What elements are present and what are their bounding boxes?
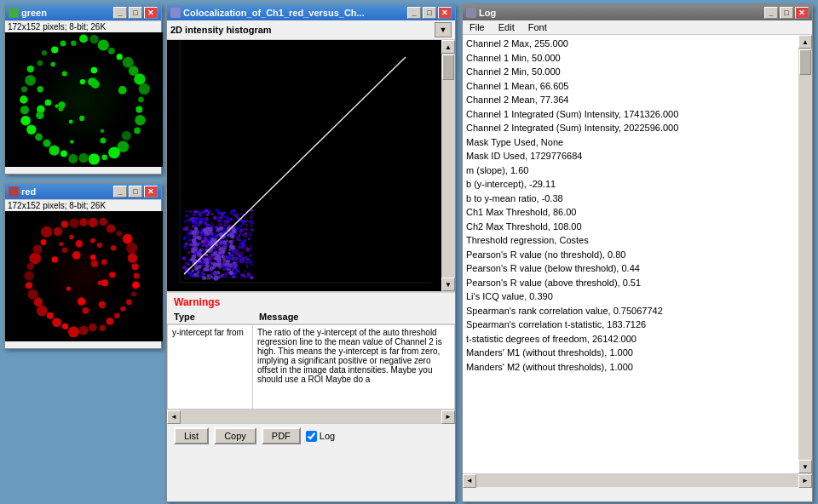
hscroll-left-btn[interactable]: ◄: [167, 410, 181, 424]
histogram-title: 2D intensity histogram: [170, 25, 435, 35]
red-titlebar[interactable]: red _ □ ✕: [5, 184, 161, 199]
coloc-close-btn[interactable]: ✕: [438, 7, 452, 19]
pdf-button[interactable]: PDF: [262, 427, 301, 444]
green-title-text: green: [21, 8, 47, 18]
red-status: 172x152 pixels; 8-bit; 26K: [5, 199, 161, 211]
log-hscroll-right-btn[interactable]: ►: [798, 474, 812, 488]
log-line: Pearson's R value (no threshold), 0.80: [466, 248, 795, 262]
green-titlebar[interactable]: green _ □ ✕: [5, 5, 161, 20]
log-window: Log _ □ ✕ File Edit Font Channel 2 Max, …: [462, 4, 813, 502]
warning-message-cell: The ratio of the y-intercept of the auto…: [253, 325, 454, 409]
log-title-text: Log: [479, 8, 496, 18]
log-line: m (slope), 1.60: [466, 163, 795, 178]
log-scroll-up-btn[interactable]: ▲: [798, 35, 812, 49]
log-line: Mask ID Used, 1729776684: [466, 149, 795, 163]
log-checkbox-text: Log: [320, 431, 335, 441]
coloc-titlebar[interactable]: Colocalization_of_Ch1_red_versus_Ch... _…: [167, 5, 455, 20]
log-scroll-thumb[interactable]: [799, 49, 811, 75]
hscroll-right-btn[interactable]: ►: [441, 410, 455, 424]
log-line: Channel 2 Mean, 77.364: [466, 93, 795, 107]
scrollbar-up-btn[interactable]: ▲: [441, 40, 455, 54]
scrollbar-thumb[interactable]: [442, 54, 454, 80]
bottom-buttons-bar: List Copy PDF Log: [167, 423, 455, 448]
log-close-btn[interactable]: ✕: [795, 7, 809, 19]
log-hscrollbar[interactable]: ◄ ►: [463, 473, 812, 487]
log-line: t-statistic degrees of freedom, 26142.00…: [466, 332, 795, 346]
log-line: Threshold regression, Costes: [466, 233, 795, 248]
log-titlebar[interactable]: Log _ □ ✕: [463, 5, 812, 20]
red-close-btn[interactable]: ✕: [144, 186, 158, 198]
coloc-window: Colocalization_of_Ch1_red_versus_Ch... _…: [166, 4, 456, 502]
green-image-area: [5, 32, 163, 167]
green-status: 172x152 pixels; 8-bit; 26K: [5, 20, 161, 32]
log-line: Channel 1 Min, 50.000: [466, 51, 795, 66]
copy-button[interactable]: Copy: [214, 427, 256, 444]
log-line: Channel 1 Mean, 66.605: [466, 79, 795, 94]
red-title-icon: [9, 186, 19, 197]
warnings-scroll[interactable]: y-intercept far from The ratio of the y-…: [167, 324, 455, 410]
red-restore-btn[interactable]: □: [129, 186, 142, 198]
log-line: Spearman's correlation t-statistic, 183.…: [466, 318, 795, 332]
list-button[interactable]: List: [174, 427, 209, 444]
green-close-btn[interactable]: ✕: [144, 7, 158, 19]
warnings-hscrollbar[interactable]: ◄ ►: [167, 410, 455, 423]
log-minimize-btn[interactable]: _: [764, 7, 778, 19]
log-line: Channel 2 Min, 50.000: [466, 65, 795, 79]
log-line: Spearman's rank correlation value, 0.750…: [466, 304, 795, 318]
log-content-area: Channel 2 Max, 255.000Channel 1 Min, 50.…: [463, 35, 812, 473]
histogram-vscrollbar[interactable]: ▲ ▼: [441, 40, 455, 291]
warnings-table-header: Type Message: [167, 310, 455, 324]
log-line: Li's ICQ value, 0.390: [466, 289, 795, 304]
log-title-icon: [466, 8, 476, 18]
log-lines-container[interactable]: Channel 2 Max, 255.000Channel 1 Min, 50.…: [463, 35, 798, 473]
log-menu-file[interactable]: File: [468, 21, 487, 33]
green-minimize-btn[interactable]: _: [113, 7, 127, 19]
log-line: Ch2 Max Threshold, 108.00: [466, 220, 795, 234]
green-title-icon: [9, 8, 19, 18]
log-line: Channel 1 Integrated (Sum) Intensity, 17…: [466, 107, 795, 122]
log-vscrollbar[interactable]: ▲ ▼: [798, 35, 812, 473]
warnings-col-type: Type: [174, 312, 259, 322]
coloc-title-text: Colocalization_of_Ch1_red_versus_Ch...: [183, 8, 365, 18]
coloc-minimize-btn[interactable]: _: [407, 7, 421, 19]
warnings-row: y-intercept far from The ratio of the y-…: [167, 324, 455, 410]
log-line: b to y-mean ratio, -0.38: [466, 192, 795, 206]
log-line: Mask Type Used, None: [466, 135, 795, 150]
green-restore-btn[interactable]: □: [129, 7, 142, 19]
histogram-image-container: [167, 40, 441, 291]
log-line: Channel 2 Max, 255.000: [466, 37, 795, 51]
log-restore-btn[interactable]: □: [780, 7, 793, 19]
scrollbar-down-btn[interactable]: ▼: [441, 278, 455, 291]
log-checkbox[interactable]: [306, 431, 317, 442]
log-hscroll-left-btn[interactable]: ◄: [463, 474, 476, 488]
log-line: Manders' M2 (without thresholds), 1.000: [466, 360, 795, 375]
green-window: green _ □ ✕ 172x152 pixels; 8-bit; 26K: [4, 4, 162, 175]
log-window-inner: File Edit Font Channel 2 Max, 255.000Cha…: [463, 20, 812, 487]
log-checkbox-label[interactable]: Log: [306, 431, 335, 442]
warnings-section: Warnings Type Message y-intercept far fr…: [167, 291, 455, 423]
red-window: red _ □ ✕ 172x152 pixels; 8-bit; 26K: [4, 183, 162, 349]
histogram-scroll-area: ▲ ▼: [167, 40, 455, 291]
warnings-title: Warnings: [167, 293, 455, 310]
warnings-col-message: Message: [259, 312, 448, 322]
log-menu-font[interactable]: Font: [527, 21, 549, 33]
log-scroll-down-btn[interactable]: ▼: [798, 460, 812, 473]
log-line: Pearson's R value (below threshold), 0.4…: [466, 261, 795, 276]
log-line: Ch1 Max Threshold, 86.00: [466, 205, 795, 220]
histogram-dropdown-btn[interactable]: ▼: [435, 22, 452, 37]
log-line: Channel 2 Integrated (Sum) Intensity, 20…: [466, 121, 795, 135]
red-title-text: red: [21, 186, 36, 197]
log-line: b (y-intercept), -29.11: [466, 177, 795, 192]
log-menubar: File Edit Font: [463, 20, 812, 35]
coloc-title-icon: [170, 8, 181, 18]
histogram-header: 2D intensity histogram ▼: [167, 20, 455, 40]
red-minimize-btn[interactable]: _: [113, 186, 127, 198]
warning-type-cell: y-intercept far from: [168, 325, 253, 409]
log-line: Pearson's R value (above threshold), 0.5…: [466, 276, 795, 290]
log-line: Manders' M1 (without thresholds), 1.000: [466, 346, 795, 360]
red-image-area: [5, 211, 163, 341]
log-menu-edit[interactable]: Edit: [497, 21, 516, 33]
coloc-restore-btn[interactable]: □: [423, 7, 436, 19]
histogram-image: [167, 40, 441, 291]
